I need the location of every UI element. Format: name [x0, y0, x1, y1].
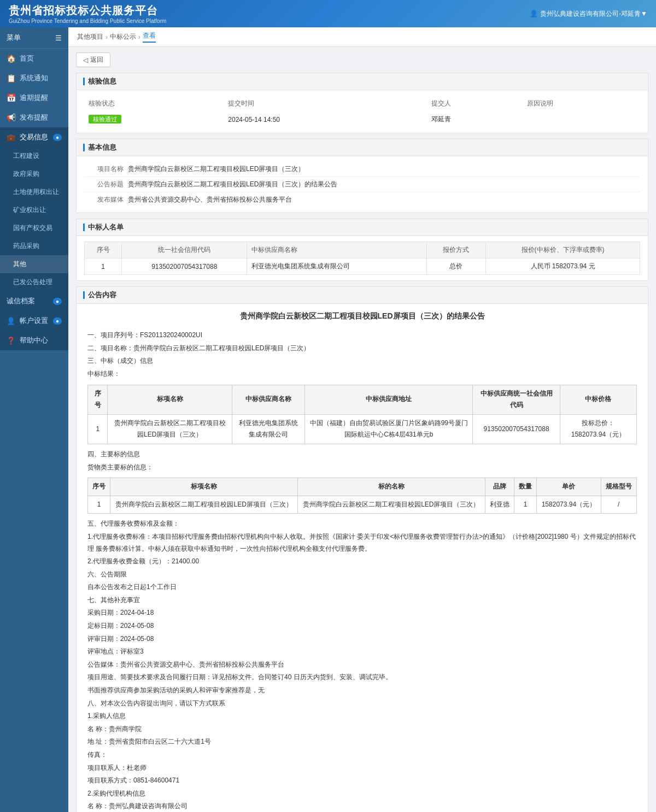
sidebar-item-integrity[interactable]: 诚信档案 ● [0, 291, 68, 311]
winner-col-seq: 序号 [85, 242, 122, 258]
sidebar-item-gov-purchase[interactable]: 政府采购 [0, 165, 68, 183]
header: 贵州省招标投标公共服务平台 GuiZhou Province Tendering… [0, 0, 656, 27]
winner-section: 中标人名单 序号 统一社会信用代码 中标供应商名称 报价方式 报价(中标价、下浮… [76, 219, 648, 281]
info-value-project-name: 贵州商学院白云新校区二期工程项目校园LED屏项目（三次） [128, 164, 640, 174]
part5-line-0: 五、代理服务收费标准及金额： [87, 518, 637, 530]
sidebar-item-engineering[interactable]: 工程建设 [0, 147, 68, 165]
sidebar-item-mining[interactable]: 矿业权出让 [0, 201, 68, 219]
back-button[interactable]: ◁ 返回 [76, 52, 110, 67]
announce-line-0: 一、项目序列号：FS2011320240002UI [87, 329, 637, 342]
part5-line-12: 书面推荐供应商参加采购活动的采购人和评审专家推荐是，无 [87, 685, 637, 697]
goods-table: 序号 标项名称 标的名称 品牌 数量 单价 规格型号 1 [87, 478, 637, 514]
trade-badge: ● [53, 134, 62, 141]
breadcrumb-item-0[interactable]: 其他项目 [77, 32, 103, 42]
logo: 贵州省招标投标公共服务平台 GuiZhou Province Tendering… [9, 3, 166, 24]
part5-line-20: 2.采购代理机构信息 [87, 788, 637, 800]
sidebar-section-trade-header[interactable]: 💼 交易信息 ● [0, 127, 68, 147]
part5-line-10: 公告媒体：贵州省公共资源交易中心、贵州省招标投标公共服务平台 [87, 659, 637, 671]
sidebar-item-other[interactable]: 其他 [0, 255, 68, 273]
gt-brand: 利亚德 [485, 496, 514, 514]
aw-address: 中国（福建）自由贸易试验区厦门片区象屿路99号厦门国际航运中心C栋4层431单元… [305, 414, 473, 444]
gt-seq: 1 [88, 496, 110, 514]
help-icon: ❓ [7, 337, 15, 345]
gt-bid-item: 贵州商学院白云新校区二期工程项目校园LED屏项目（三次） [110, 496, 298, 514]
basic-section-title: 基本信息 [77, 139, 648, 156]
aw-row: 1 贵州商学院白云新校区二期工程项目校园LED屏项目（三次） 利亚德光电集团系统… [88, 414, 637, 444]
verify-table: 核验状态 提交时间 提交人 原因说明 核验通过 2024 [84, 96, 640, 127]
winner-table: 序号 统一社会信用代码 中标供应商名称 报价方式 报价(中标价、下浮率或费率) … [84, 242, 640, 275]
announce-content-title: 贵州商学院白云新校区二期工程项目校园LED屏项目（三次）的结果公告 [87, 309, 637, 323]
basic-title-text: 基本信息 [88, 143, 116, 152]
menu-label: 菜单 [7, 33, 21, 43]
trade-section-icon: 💼 [7, 133, 15, 142]
account-badge: ● [53, 317, 62, 325]
winner-col-price-type: 报价方式 [426, 242, 485, 258]
part5-content: 五、代理服务收费标准及金额：1.代理服务收费标准：本项目招标代理服务费由招标代理… [87, 518, 637, 812]
sidebar-item-medicine[interactable]: 药品采购 [0, 237, 68, 255]
basic-section: 基本信息 项目名称 贵州商学院白云新校区二期工程项目校园LED屏项目（三次） 公… [76, 139, 648, 213]
menu-toggle-icon[interactable]: ☰ [55, 34, 62, 42]
sidebar-item-deadline[interactable]: 📅 逾期提醒 [0, 88, 68, 108]
breadcrumb: 其他项目 › 中标公示 › 查看 [77, 31, 156, 43]
winner-price-type: 总价 [426, 258, 485, 275]
content-area: ◁ 返回 核验信息 核验状态 提交时间 提交人 原因说明 [68, 47, 656, 812]
announce-section-title: 公告内容 [77, 287, 648, 304]
sidebar-item-account[interactable]: 👤 帐户设置 ● [0, 311, 68, 331]
integrity-label: 诚信档案 [7, 296, 35, 306]
aw-supplier: 利亚德光电集团系统集成有限公司 [232, 414, 305, 444]
winner-price: 人民币 1582073.94 元 [486, 258, 640, 275]
verify-time: 2024-05-14 14:50 [224, 111, 427, 127]
gt-col-spec: 规格型号 [601, 478, 637, 496]
part5-line-13: 八、对本次公告内容提出询问，请以下方式联系 [87, 698, 637, 710]
verify-row: 核验通过 2024-05-14 14:50 邓延青 [84, 111, 640, 127]
topbar: 其他项目 › 中标公示 › 查看 [68, 27, 656, 47]
aw-bid-name: 贵州商学院白云新校区二期工程项目校园LED屏项目（三次） [108, 414, 232, 444]
winner-code: 913502007054317088 [122, 258, 247, 275]
breadcrumb-item-1[interactable]: 中标公示 [110, 32, 136, 42]
deadline-icon: 📅 [7, 93, 15, 102]
user-icon: 👤 [530, 10, 538, 17]
aw-col-address: 中标供应商地址 [305, 385, 473, 414]
main-content: 其他项目 › 中标公示 › 查看 ◁ 返回 核验信息 [68, 27, 656, 812]
part5-line-1: 1.代理服务收费标准：本项目招标代理服务费由招标代理机构向中标人收取。并按照《国… [87, 531, 637, 555]
aw-col-code: 中标供应商统一社会信用代码 [473, 385, 560, 414]
part5-line-7: 定标日期：2024-05-08 [87, 620, 637, 632]
sidebar-item-processed[interactable]: 已发公告处理 [0, 273, 68, 291]
part5-line-21: 名 称：贵州弘典建设咨询有限公司 [87, 801, 637, 812]
sidebar-label-publish: 发布提醒 [20, 113, 48, 122]
status-badge: 核验通过 [89, 115, 121, 123]
announce-line-2: 三、中标（成交）信息 [87, 355, 637, 367]
winner-row: 1 913502007054317088 利亚德光电集团系统集成有限公司 总价 … [85, 258, 640, 275]
sidebar-item-land[interactable]: 土地使用权出让 [0, 183, 68, 201]
info-label-media: 发布媒体 [84, 195, 128, 204]
gt-col-brand: 品牌 [485, 478, 514, 496]
gt-target: 贵州商学院白云新校区二期工程项目校园LED屏项目（三次） [297, 496, 485, 514]
user-info[interactable]: 👤 贵州弘典建设咨询有限公司-邓延青▼ [530, 9, 647, 19]
part5-line-4: 自本公告发布之日起1个工作日 [87, 581, 637, 593]
publish-icon: 📢 [7, 113, 15, 122]
gt-price: 1582073.94（元） [537, 496, 601, 514]
winner-section-title: 中标人名单 [77, 219, 648, 236]
winner-col-code: 统一社会信用代码 [122, 242, 247, 258]
sidebar-item-state-assets[interactable]: 国有产权交易 [0, 219, 68, 237]
announce-line-3: 中标结果： [87, 368, 637, 380]
sidebar-item-notice[interactable]: 📋 系统通知 [0, 68, 68, 88]
back-arrow-icon: ◁ [83, 56, 88, 64]
gt-qty: 1 [514, 496, 537, 514]
breadcrumb-sep-0: › [106, 33, 108, 41]
aw-code: 913502007054317088 [473, 414, 560, 444]
gt-spec: / [601, 496, 637, 514]
part5-line-16: 地 址：贵州省贵阳市白云区二十六大道1号 [87, 736, 637, 748]
gt-col-price: 单价 [537, 478, 601, 496]
sidebar-item-help[interactable]: ❓ 帮助中心 [0, 331, 68, 350]
announce-line-1: 二、项目名称：贵州商学院白云新校区二期工程项目校园LED屏项目（三次） [87, 343, 637, 355]
winner-seq: 1 [85, 258, 122, 275]
verify-col-submitter: 提交人 [427, 96, 523, 111]
part5-line-17: 传真： [87, 749, 637, 761]
account-icon: 👤 [7, 317, 15, 325]
home-icon: 🏠 [7, 54, 15, 63]
sidebar-section-trade: 💼 交易信息 ● 工程建设 政府采购 土地使用权出让 矿业权出让 国有产权交易 … [0, 127, 68, 291]
sidebar-item-publish[interactable]: 📢 发布提醒 [0, 108, 68, 127]
aw-price: 投标总价：1582073.94（元） [560, 414, 636, 444]
sidebar-item-home[interactable]: 🏠 首页 [0, 49, 68, 68]
